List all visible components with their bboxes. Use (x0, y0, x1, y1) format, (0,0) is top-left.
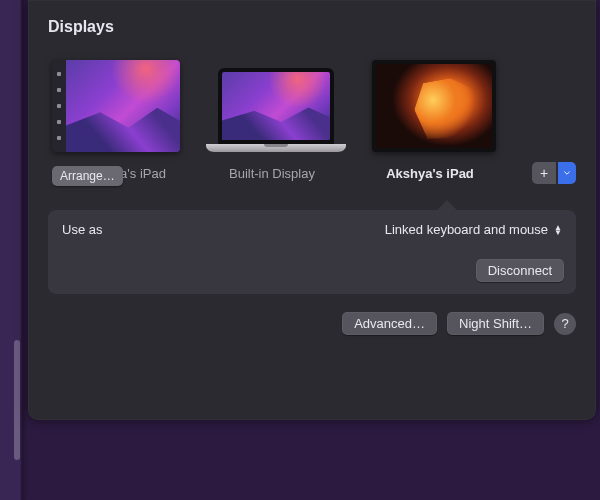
display-thumbnails-row (48, 60, 576, 152)
add-display-group: + (532, 162, 576, 184)
sidebar-scrollbar[interactable] (14, 340, 20, 460)
help-button[interactable]: ? (554, 313, 576, 335)
footer-row: Advanced… Night Shift… ? (48, 312, 576, 335)
display-thumbnail (206, 68, 346, 152)
wallpaper-preview (376, 64, 492, 148)
use-as-label: Use as (62, 222, 102, 237)
use-as-value-select[interactable]: Linked keyboard and mouse ▲▼ (385, 222, 562, 237)
sidecar-toolbar-icon (52, 60, 66, 152)
use-as-row[interactable]: Use as Linked keyboard and mouse ▲▼ (48, 210, 576, 249)
display-item-ipad-sidecar[interactable] (52, 60, 180, 152)
display-item-builtin[interactable] (206, 68, 346, 152)
display-settings-block: Use as Linked keyboard and mouse ▲▼ Disc… (48, 210, 576, 294)
advanced-button[interactable]: Advanced… (342, 312, 437, 335)
wallpaper-preview (222, 72, 330, 140)
page-title: Displays (48, 18, 576, 36)
add-display-button[interactable]: + (532, 162, 556, 184)
chevron-down-icon (564, 168, 570, 178)
display-label: Built-in Display (229, 166, 315, 181)
display-item-ipad-linked[interactable] (372, 60, 496, 152)
display-thumbnail (52, 60, 180, 152)
night-shift-button[interactable]: Night Shift… (447, 312, 544, 335)
arrange-button[interactable]: Arrange… (52, 166, 123, 186)
use-as-value: Linked keyboard and mouse (385, 222, 548, 237)
display-label-selected: Akshya's iPad (386, 166, 474, 181)
displays-panel: Displays Arrange… a' (28, 0, 596, 420)
display-labels-row: Arrange… a's iPad Built-in Display Akshy… (48, 162, 576, 184)
disconnect-button[interactable]: Disconnect (476, 259, 564, 282)
sidebar-sliver (0, 0, 28, 500)
display-thumbnail (372, 60, 496, 152)
updown-icon: ▲▼ (554, 225, 562, 235)
wallpaper-preview (66, 60, 180, 152)
add-display-menu-button[interactable] (558, 162, 576, 184)
